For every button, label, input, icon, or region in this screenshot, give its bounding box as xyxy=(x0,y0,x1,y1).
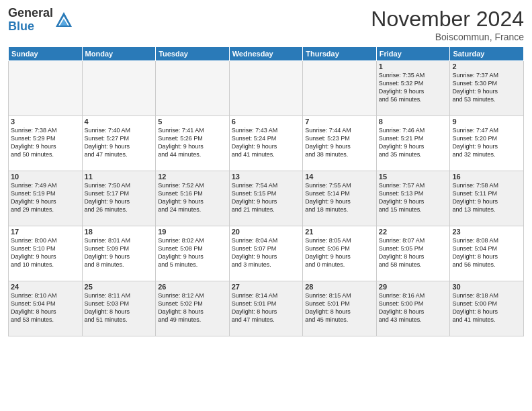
calendar-week-2: 3Sunrise: 7:38 AMSunset: 5:29 PMDaylight… xyxy=(9,116,524,171)
header-cell-tuesday: Tuesday xyxy=(156,47,230,61)
day-info: Sunrise: 7:52 AMSunset: 5:16 PMDaylight:… xyxy=(158,181,227,214)
calendar-cell: 8Sunrise: 7:46 AMSunset: 5:21 PMDaylight… xyxy=(376,116,450,171)
calendar-cell: 26Sunrise: 8:12 AMSunset: 5:02 PMDayligh… xyxy=(156,281,230,336)
calendar-cell: 15Sunrise: 7:57 AMSunset: 5:13 PMDayligh… xyxy=(376,171,450,226)
header-cell-friday: Friday xyxy=(376,47,450,61)
day-number: 30 xyxy=(452,283,521,291)
page-header: General Blue November 2024 Boiscommun, F… xyxy=(8,7,524,42)
day-number: 14 xyxy=(305,173,374,181)
day-info: Sunrise: 8:00 AMSunset: 5:10 PMDaylight:… xyxy=(11,236,80,269)
logo-blue: Blue xyxy=(8,20,53,34)
day-number: 4 xyxy=(85,118,154,126)
calendar-week-1: 1Sunrise: 7:35 AMSunset: 5:32 PMDaylight… xyxy=(9,61,524,116)
calendar-cell: 2Sunrise: 7:37 AMSunset: 5:30 PMDaylight… xyxy=(450,61,524,116)
calendar-cell: 28Sunrise: 8:15 AMSunset: 5:01 PMDayligh… xyxy=(303,281,377,336)
calendar-cell: 19Sunrise: 8:02 AMSunset: 5:08 PMDayligh… xyxy=(156,226,230,281)
day-info: Sunrise: 7:44 AMSunset: 5:23 PMDaylight:… xyxy=(305,126,374,159)
header-cell-wednesday: Wednesday xyxy=(229,47,303,61)
day-number: 10 xyxy=(11,173,80,181)
header-cell-thursday: Thursday xyxy=(303,47,377,61)
day-info: Sunrise: 8:18 AMSunset: 5:00 PMDaylight:… xyxy=(452,291,521,324)
calendar-cell: 3Sunrise: 7:38 AMSunset: 5:29 PMDaylight… xyxy=(9,116,83,171)
calendar-cell: 6Sunrise: 7:43 AMSunset: 5:24 PMDaylight… xyxy=(229,116,303,171)
day-info: Sunrise: 8:16 AMSunset: 5:00 PMDaylight:… xyxy=(379,291,448,324)
day-info: Sunrise: 8:04 AMSunset: 5:07 PMDaylight:… xyxy=(232,236,301,269)
calendar-cell xyxy=(82,61,156,116)
day-info: Sunrise: 7:38 AMSunset: 5:29 PMDaylight:… xyxy=(11,126,80,159)
day-info: Sunrise: 7:43 AMSunset: 5:24 PMDaylight:… xyxy=(232,126,301,159)
calendar-cell: 18Sunrise: 8:01 AMSunset: 5:09 PMDayligh… xyxy=(82,226,156,281)
calendar-header: SundayMondayTuesdayWednesdayThursdayFrid… xyxy=(9,47,524,61)
logo-general: General xyxy=(8,7,53,20)
day-number: 24 xyxy=(11,283,80,291)
day-info: Sunrise: 7:37 AMSunset: 5:30 PMDaylight:… xyxy=(452,71,521,104)
header-cell-sunday: Sunday xyxy=(9,47,83,61)
calendar-cell: 12Sunrise: 7:52 AMSunset: 5:16 PMDayligh… xyxy=(156,171,230,226)
calendar-cell: 27Sunrise: 8:14 AMSunset: 5:01 PMDayligh… xyxy=(229,281,303,336)
day-number: 9 xyxy=(452,118,521,126)
day-info: Sunrise: 7:40 AMSunset: 5:27 PMDaylight:… xyxy=(85,126,154,159)
day-info: Sunrise: 7:46 AMSunset: 5:21 PMDaylight:… xyxy=(379,126,448,159)
calendar-cell: 7Sunrise: 7:44 AMSunset: 5:23 PMDaylight… xyxy=(303,116,377,171)
day-info: Sunrise: 8:08 AMSunset: 5:04 PMDaylight:… xyxy=(452,236,521,269)
calendar-cell: 13Sunrise: 7:54 AMSunset: 5:15 PMDayligh… xyxy=(229,171,303,226)
day-info: Sunrise: 8:02 AMSunset: 5:08 PMDaylight:… xyxy=(158,236,227,269)
calendar-week-3: 10Sunrise: 7:49 AMSunset: 5:19 PMDayligh… xyxy=(9,171,524,226)
day-number: 11 xyxy=(85,173,154,181)
calendar-cell: 16Sunrise: 7:58 AMSunset: 5:11 PMDayligh… xyxy=(450,171,524,226)
calendar-cell: 9Sunrise: 7:47 AMSunset: 5:20 PMDaylight… xyxy=(450,116,524,171)
day-number: 20 xyxy=(232,228,301,236)
page-container: General Blue November 2024 Boiscommun, F… xyxy=(0,0,532,342)
title-area: November 2024 Boiscommun, France xyxy=(371,7,524,42)
calendar-table: SundayMondayTuesdayWednesdayThursdayFrid… xyxy=(8,46,524,336)
calendar-body: 1Sunrise: 7:35 AMSunset: 5:32 PMDaylight… xyxy=(9,61,524,336)
day-number: 3 xyxy=(11,118,80,126)
calendar-cell: 5Sunrise: 7:41 AMSunset: 5:26 PMDaylight… xyxy=(156,116,230,171)
day-number: 22 xyxy=(379,228,448,236)
day-number: 17 xyxy=(11,228,80,236)
calendar-cell: 11Sunrise: 7:50 AMSunset: 5:17 PMDayligh… xyxy=(82,171,156,226)
day-number: 7 xyxy=(305,118,374,126)
day-info: Sunrise: 7:35 AMSunset: 5:32 PMDaylight:… xyxy=(379,71,448,104)
day-number: 21 xyxy=(305,228,374,236)
header-cell-saturday: Saturday xyxy=(450,47,524,61)
header-row: SundayMondayTuesdayWednesdayThursdayFrid… xyxy=(9,47,524,61)
day-number: 2 xyxy=(452,62,521,71)
calendar-cell xyxy=(156,61,230,116)
day-number: 5 xyxy=(158,118,227,126)
day-number: 25 xyxy=(85,283,154,291)
calendar-cell: 25Sunrise: 8:11 AMSunset: 5:03 PMDayligh… xyxy=(82,281,156,336)
logo-text: General Blue xyxy=(8,7,53,34)
day-number: 26 xyxy=(158,283,227,291)
calendar-cell xyxy=(9,61,83,116)
logo-area: General Blue xyxy=(8,7,73,34)
day-info: Sunrise: 8:05 AMSunset: 5:06 PMDaylight:… xyxy=(305,236,374,269)
calendar-cell: 30Sunrise: 8:18 AMSunset: 5:00 PMDayligh… xyxy=(450,281,524,336)
calendar-week-4: 17Sunrise: 8:00 AMSunset: 5:10 PMDayligh… xyxy=(9,226,524,281)
day-number: 8 xyxy=(379,118,448,126)
calendar-cell: 14Sunrise: 7:55 AMSunset: 5:14 PMDayligh… xyxy=(303,171,377,226)
calendar-cell: 1Sunrise: 7:35 AMSunset: 5:32 PMDaylight… xyxy=(376,61,450,116)
day-number: 28 xyxy=(305,283,374,291)
day-info: Sunrise: 8:10 AMSunset: 5:04 PMDaylight:… xyxy=(11,291,80,324)
day-info: Sunrise: 8:12 AMSunset: 5:02 PMDaylight:… xyxy=(158,291,227,324)
day-info: Sunrise: 8:14 AMSunset: 5:01 PMDaylight:… xyxy=(232,291,301,324)
day-number: 6 xyxy=(232,118,301,126)
logo-icon xyxy=(54,11,73,30)
day-info: Sunrise: 7:55 AMSunset: 5:14 PMDaylight:… xyxy=(305,181,374,214)
calendar-cell: 22Sunrise: 8:07 AMSunset: 5:05 PMDayligh… xyxy=(376,226,450,281)
day-number: 29 xyxy=(379,283,448,291)
calendar-cell: 24Sunrise: 8:10 AMSunset: 5:04 PMDayligh… xyxy=(9,281,83,336)
day-number: 15 xyxy=(379,173,448,181)
day-info: Sunrise: 8:15 AMSunset: 5:01 PMDaylight:… xyxy=(305,291,374,324)
calendar-cell: 23Sunrise: 8:08 AMSunset: 5:04 PMDayligh… xyxy=(450,226,524,281)
day-info: Sunrise: 7:54 AMSunset: 5:15 PMDaylight:… xyxy=(232,181,301,214)
calendar-cell xyxy=(303,61,377,116)
day-number: 19 xyxy=(158,228,227,236)
location: Boiscommun, France xyxy=(371,32,524,42)
calendar-cell: 17Sunrise: 8:00 AMSunset: 5:10 PMDayligh… xyxy=(9,226,83,281)
calendar-cell: 29Sunrise: 8:16 AMSunset: 5:00 PMDayligh… xyxy=(376,281,450,336)
day-number: 13 xyxy=(232,173,301,181)
month-title: November 2024 xyxy=(371,7,524,32)
day-number: 18 xyxy=(85,228,154,236)
